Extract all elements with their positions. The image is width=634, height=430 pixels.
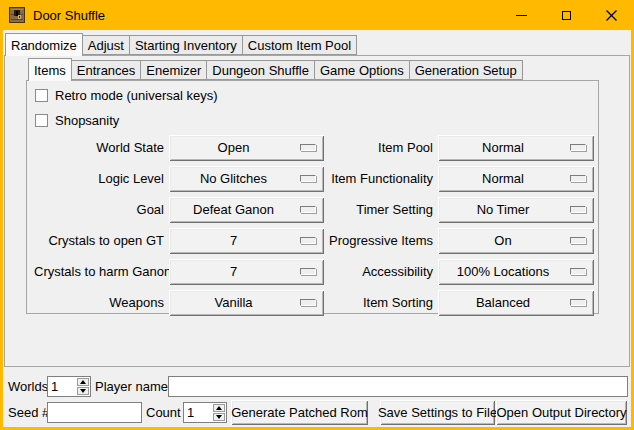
- count-label: Count: [146, 402, 181, 423]
- shopsanity-checkbox[interactable]: [35, 114, 48, 127]
- open-output-directory-button[interactable]: Open Output Directory: [496, 400, 627, 425]
- progressive-items-value: On: [494, 233, 511, 248]
- accessibility-label: Accessibility: [329, 264, 433, 279]
- weapons-label: Weapons: [34, 295, 164, 310]
- item-sorting-value: Balanced: [476, 295, 530, 310]
- window-title: Door Shuffle: [33, 8, 105, 23]
- retro-mode-checkbox[interactable]: [35, 89, 48, 102]
- option-row: Crystals to harm Ganon 7 Accessibility 1…: [27, 256, 598, 287]
- player-names-input[interactable]: [168, 376, 628, 397]
- tab-entrances[interactable]: Entrances: [71, 60, 142, 80]
- options-grid: World State Open Item Pool Normal Logic …: [27, 132, 598, 318]
- tab-adjust[interactable]: Adjust: [82, 35, 130, 55]
- close-icon: [606, 10, 617, 21]
- crystals-open-gt-value: 7: [230, 233, 237, 248]
- worlds-value[interactable]: 1: [48, 377, 76, 396]
- progressive-items-label: Progressive Items: [329, 233, 433, 248]
- minimize-button[interactable]: [499, 0, 544, 30]
- minimize-icon: [516, 15, 527, 16]
- dropdown-indicator-icon: [300, 268, 316, 275]
- item-pool-label: Item Pool: [329, 140, 433, 155]
- tab-custom-item-pool[interactable]: Custom Item Pool: [242, 35, 357, 55]
- maximize-button[interactable]: [544, 0, 589, 30]
- bottom-bar: Worlds 1 Player names Seed # Count 1: [3, 367, 631, 427]
- world-state-dropdown[interactable]: Open: [169, 135, 324, 161]
- timer-setting-value: No Timer: [477, 202, 530, 217]
- save-settings-button[interactable]: Save Settings to File: [380, 400, 495, 425]
- shopsanity-row: Shopsanity: [35, 112, 119, 129]
- player-names-label: Player names: [95, 376, 174, 397]
- item-functionality-dropdown[interactable]: Normal: [438, 166, 594, 192]
- tab-enemizer[interactable]: Enemizer: [140, 60, 207, 80]
- window-content: Randomize Adjust Starting Inventory Cust…: [3, 30, 631, 427]
- dropdown-indicator-icon: [570, 175, 586, 182]
- window-controls: [499, 0, 634, 30]
- goal-label: Goal: [34, 202, 164, 217]
- item-pool-dropdown[interactable]: Normal: [438, 135, 594, 161]
- dropdown-indicator-icon: [300, 299, 316, 306]
- option-row: World State Open Item Pool Normal: [27, 132, 598, 163]
- spin-up-icon[interactable]: [77, 378, 89, 386]
- dropdown-indicator-icon: [300, 206, 316, 213]
- item-functionality-label: Item Functionality: [329, 171, 433, 186]
- items-panel: Retro mode (universal keys) Shopsanity W…: [26, 80, 599, 314]
- tab-starting-inventory[interactable]: Starting Inventory: [129, 35, 243, 55]
- tab-dungeon-shuffle[interactable]: Dungeon Shuffle: [206, 60, 315, 80]
- dropdown-indicator-icon: [300, 175, 316, 182]
- worlds-label: Worlds: [8, 376, 48, 397]
- spin-up-icon[interactable]: [213, 404, 225, 412]
- crystals-harm-ganon-dropdown[interactable]: 7: [169, 259, 324, 285]
- dropdown-indicator-icon: [570, 299, 586, 306]
- item-sorting-dropdown[interactable]: Balanced: [438, 290, 594, 316]
- generate-patched-rom-button[interactable]: Generate Patched Rom: [231, 400, 368, 425]
- titlebar[interactable]: Door Shuffle: [0, 0, 634, 30]
- seed-input[interactable]: [47, 402, 142, 423]
- app-window: Door Shuffle Randomize Adjust Starting I…: [0, 0, 634, 430]
- tab-game-options[interactable]: Game Options: [314, 60, 410, 80]
- dropdown-indicator-icon: [570, 237, 586, 244]
- tab-items[interactable]: Items: [28, 58, 72, 81]
- spin-down-icon[interactable]: [213, 413, 225, 421]
- crystals-open-gt-dropdown[interactable]: 7: [169, 228, 324, 254]
- logic-level-value: No Glitches: [200, 171, 267, 186]
- timer-setting-dropdown[interactable]: No Timer: [438, 197, 594, 223]
- dropdown-indicator-icon: [570, 206, 586, 213]
- sub-tab-bar: Items Entrances Enemizer Dungeon Shuffle…: [28, 58, 522, 80]
- count-value[interactable]: 1: [184, 403, 212, 422]
- logic-level-dropdown[interactable]: No Glitches: [169, 166, 324, 192]
- weapons-dropdown[interactable]: Vanilla: [169, 290, 324, 316]
- door-icon: [9, 7, 25, 23]
- worlds-spinner-arrows: [76, 377, 90, 396]
- goal-dropdown[interactable]: Defeat Ganon: [169, 197, 324, 223]
- dropdown-indicator-icon: [570, 268, 586, 275]
- tab-randomize[interactable]: Randomize: [5, 33, 83, 56]
- world-state-label: World State: [34, 140, 164, 155]
- maximize-icon: [562, 11, 571, 20]
- close-button[interactable]: [589, 0, 634, 30]
- progressive-items-dropdown[interactable]: On: [438, 228, 594, 254]
- option-row: Goal Defeat Ganon Timer Setting No Timer: [27, 194, 598, 225]
- count-spinner-arrows: [212, 403, 226, 422]
- retro-mode-row: Retro mode (universal keys): [35, 87, 218, 104]
- dropdown-indicator-icon: [300, 237, 316, 244]
- world-state-value: Open: [218, 140, 250, 155]
- accessibility-dropdown[interactable]: 100% Locations: [438, 259, 594, 285]
- seed-label: Seed #: [8, 402, 49, 423]
- goal-value: Defeat Ganon: [193, 202, 274, 217]
- dropdown-indicator-icon: [300, 144, 316, 151]
- shopsanity-label: Shopsanity: [55, 113, 119, 128]
- tab-generation-setup[interactable]: Generation Setup: [409, 60, 523, 80]
- crystals-harm-ganon-label: Crystals to harm Ganon: [34, 264, 164, 279]
- option-row: Crystals to open GT 7 Progressive Items …: [27, 225, 598, 256]
- retro-mode-label: Retro mode (universal keys): [55, 88, 218, 103]
- count-spinner[interactable]: 1: [183, 402, 227, 423]
- logic-level-label: Logic Level: [34, 171, 164, 186]
- accessibility-value: 100% Locations: [457, 264, 550, 279]
- weapons-value: Vanilla: [214, 295, 252, 310]
- randomize-panel: Items Entrances Enemizer Dungeon Shuffle…: [4, 55, 630, 367]
- worlds-spinner[interactable]: 1: [47, 376, 91, 397]
- spin-down-icon[interactable]: [77, 387, 89, 395]
- main-tab-bar: Randomize Adjust Starting Inventory Cust…: [5, 33, 356, 55]
- dropdown-indicator-icon: [570, 144, 586, 151]
- item-pool-value: Normal: [482, 140, 524, 155]
